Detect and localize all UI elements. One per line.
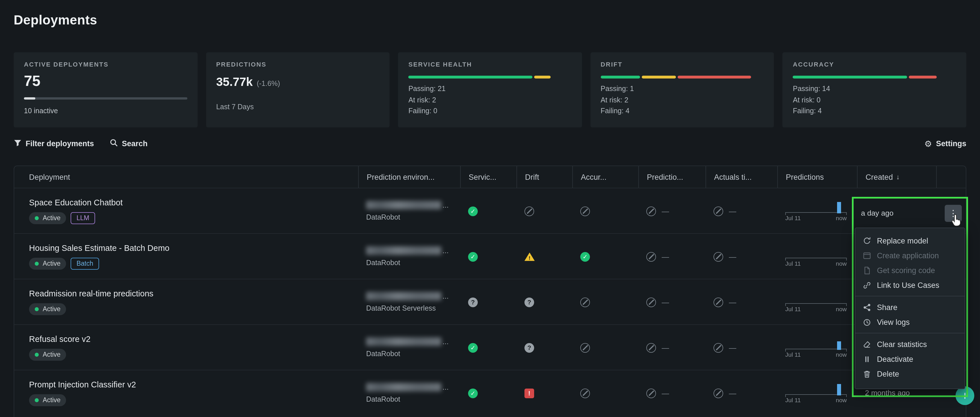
card-label: DRIFT: [601, 61, 764, 68]
table-toolbar: Filter deployments Search ⚙ Settings: [14, 139, 966, 149]
stat-failing: Failing: 4: [601, 106, 764, 117]
menu-item-get-scoring-code: Get scoring code: [855, 263, 965, 277]
inactive-count: 10 inactive: [24, 107, 187, 115]
search-icon: [110, 139, 118, 149]
search-label: Search: [122, 140, 148, 148]
predictions-delta: (-1.6%): [257, 80, 280, 87]
service-health-status-icon: [468, 388, 478, 398]
column-header-accuracy[interactable]: Accur...: [572, 166, 638, 188]
drift-status-icon: [525, 206, 534, 216]
predictions-sparkline: Jul 11now: [785, 244, 847, 269]
deployments-page: Deployments ACTIVE DEPLOYMENTS 75 10 ina…: [0, 0, 980, 417]
redacted-environment-name: [366, 382, 441, 391]
settings-label: Settings: [936, 140, 966, 148]
card-active-deployments: ACTIVE DEPLOYMENTS 75 10 inactive: [14, 52, 197, 127]
card-label: ACTIVE DEPLOYMENTS: [24, 61, 187, 68]
summary-cards: ACTIVE DEPLOYMENTS 75 10 inactive PREDIC…: [14, 52, 966, 127]
accuracy-status-icon: [580, 252, 590, 262]
status-badge: Active: [29, 349, 66, 360]
search-button[interactable]: Search: [110, 139, 148, 149]
prediction-environment-platform: DataRobot: [366, 350, 460, 358]
active-dot-icon: [35, 216, 39, 220]
menu-item-delete[interactable]: Delete: [855, 366, 965, 381]
redacted-environment-name: [366, 337, 441, 346]
stat-passing: Passing: 1: [601, 84, 764, 95]
column-header-service-health[interactable]: Servic...: [460, 166, 517, 188]
menu-item-link-to-use-cases[interactable]: Link to Use Cases: [855, 277, 965, 292]
prediction-timeliness-icon: [646, 252, 656, 262]
predictions-sparkline: Jul 11now: [785, 198, 847, 223]
menu-divider: [855, 333, 965, 333]
refresh-icon: [863, 236, 871, 245]
card-predictions: PREDICTIONS 35.77k (-1.6%) Last 7 Days: [206, 52, 390, 127]
prediction-environment-platform: DataRobot: [366, 213, 460, 221]
accuracy-status-icon: [580, 206, 590, 216]
settings-button[interactable]: ⚙ Settings: [924, 140, 966, 148]
status-badge: Active: [29, 212, 66, 224]
deployment-name[interactable]: Space Education Chatbot: [29, 198, 358, 207]
sparkline-bar: [837, 341, 841, 350]
redacted-environment-name: [366, 292, 441, 300]
drift-status-icon: [525, 343, 534, 352]
service-health-status-icon: [468, 343, 478, 352]
stat-atrisk: At risk: 0: [793, 95, 956, 106]
table-row[interactable]: Housing Sales Estimate - Batch Demo Acti…: [14, 233, 966, 279]
stat-passing: Passing: 21: [408, 84, 571, 95]
column-header-predictions[interactable]: Predictions: [777, 166, 857, 188]
actuals-timeliness-icon: [713, 252, 723, 262]
prediction-environment-platform: DataRobot: [366, 258, 460, 266]
filter-deployments-button[interactable]: Filter deployments: [14, 139, 94, 148]
bar-segment-passing: [601, 76, 640, 79]
accuracy-status-icon: [580, 297, 590, 307]
bar-segment-atrisk: [534, 76, 550, 79]
table-row[interactable]: Refusal score v2 Active ... DataRobot — …: [14, 324, 966, 370]
card-label: ACCURACY: [793, 61, 956, 68]
pause-icon: [863, 355, 871, 363]
actuals-timeliness-icon: [713, 206, 723, 216]
deployment-name[interactable]: Refusal score v2: [29, 334, 358, 343]
status-badge: Active: [29, 303, 66, 315]
deployment-name[interactable]: Housing Sales Estimate - Batch Demo: [29, 243, 358, 252]
prediction-environment-platform: DataRobot: [366, 395, 460, 403]
column-header-prediction-timeliness[interactable]: Predictio...: [638, 166, 706, 188]
deployment-name[interactable]: Readmission real-time predictions: [29, 289, 358, 298]
actuals-timeliness-icon: [713, 343, 723, 352]
column-header-prediction-environment[interactable]: Prediction environ...: [358, 166, 460, 188]
column-header-drift[interactable]: Drift: [517, 166, 572, 188]
active-deployments-progress: [24, 97, 187, 100]
table-row[interactable]: Readmission real-time predictions Active…: [14, 279, 966, 324]
deployment-name[interactable]: Prompt Injection Classifier v2: [29, 380, 358, 389]
card-service-health: SERVICE HEALTH Passing: 21 At risk: 2 Fa…: [398, 52, 582, 127]
created-value: a day ago: [861, 209, 893, 217]
service-health-status-icon: [468, 206, 478, 216]
link-icon: [863, 281, 871, 289]
service-health-status-icon: [468, 297, 478, 307]
table-row[interactable]: Space Education Chatbot Active LLM ... D…: [14, 188, 966, 233]
predictions-range: Last 7 Days: [216, 103, 379, 111]
active-dot-icon: [35, 262, 39, 265]
table-row[interactable]: Prompt Injection Classifier v2 Active ..…: [14, 370, 966, 415]
bar-segment-passing: [793, 76, 907, 79]
stat-failing: Failing: 0: [408, 106, 571, 117]
column-header-created[interactable]: Created ↓: [857, 166, 936, 188]
page-title: Deployments: [14, 13, 97, 28]
menu-item-clear-statistics[interactable]: Clear statistics: [855, 337, 965, 352]
column-header-deployment[interactable]: Deployment: [14, 166, 358, 188]
status-badge: Active: [29, 394, 66, 406]
bar-segment-passing: [408, 76, 533, 79]
type-badge-llm: LLM: [71, 212, 95, 224]
active-dot-icon: [35, 352, 39, 357]
predictions-sparkline: Jul 11now: [785, 289, 847, 314]
sparkline-axis: [785, 303, 847, 303]
type-badge-batch: Batch: [71, 257, 99, 270]
column-header-actuals-timeliness[interactable]: Actuals ti...: [706, 166, 777, 188]
predictions-count: 35.77k: [216, 75, 253, 89]
menu-item-deactivate[interactable]: Deactivate: [855, 352, 965, 366]
card-accuracy: ACCURACY Passing: 14 At risk: 0 Failing:…: [783, 52, 966, 127]
stat-atrisk: At risk: 2: [601, 95, 764, 106]
menu-item-view-logs[interactable]: View logs: [855, 315, 965, 330]
menu-item-replace-model[interactable]: Replace model: [855, 233, 965, 248]
menu-item-share[interactable]: Share: [855, 300, 965, 315]
column-header-actions: [936, 166, 966, 188]
prediction-timeliness-icon: [646, 297, 656, 307]
